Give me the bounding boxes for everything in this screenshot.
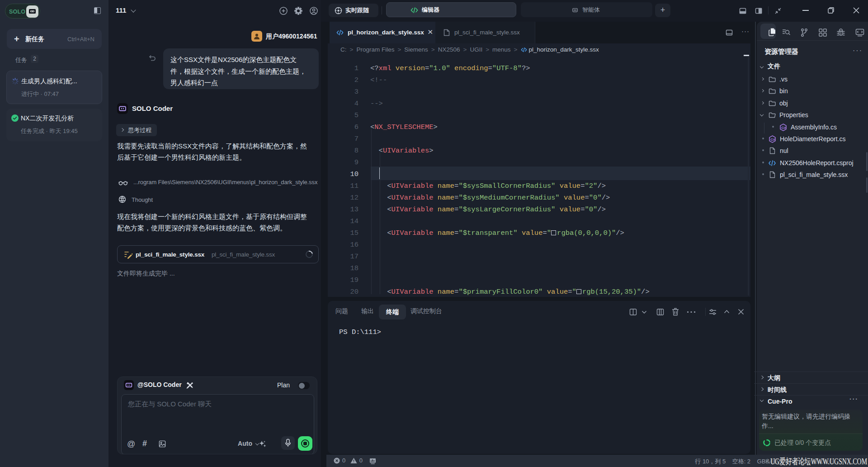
svg-text:C#: C# [781, 126, 786, 130]
svg-text:C#: C# [770, 138, 775, 142]
svg-text:UG爱好者论坛WWW.UGSNX.COM: UG爱好者论坛WWW.UGSNX.COM [770, 457, 867, 466]
